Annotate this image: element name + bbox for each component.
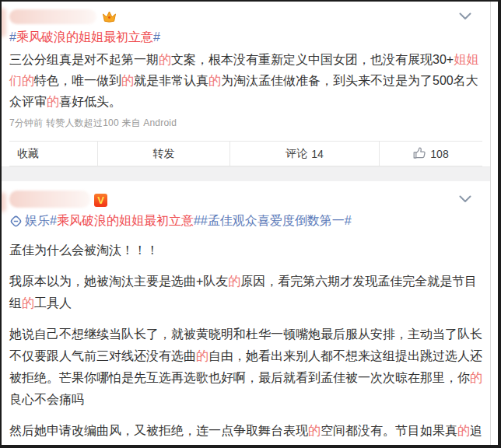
post-paragraph: 然后她申请改编曲风，又被拒绝，连一点争取舞台表现的空间都没有。节目如果真的追求所…: [9, 420, 482, 448]
post-2-header: V: [9, 191, 482, 208]
topic-links-text: 娱乐#乘风破浪的姐姐最初立意##孟佳观众喜爱度倒数第一#: [25, 212, 352, 230]
post-1-meta: 7分钟前 转赞人数超过100 来自 Android: [9, 117, 482, 130]
verified-v-badge-icon: V: [94, 194, 107, 207]
post-2: V 娱乐#乘风破浪的姐姐最初立意##孟佳观众喜爱度倒数第一# 孟佳为什么会被淘汰…: [2, 181, 490, 448]
redaction-blur-artifact: [0, 8, 6, 37]
comment-button[interactable]: 评论 14: [229, 142, 379, 166]
post-1: #乘风破浪的姐姐最初立意# 三公分组真是对不起第一期的文案，根本没有重新定义中国…: [2, 2, 490, 166]
comment-label: 评论: [286, 147, 307, 161]
post-paragraph: 她说自己不想继续当队长了，就被黄晓明和杜华一顿嘴炮最后服从安排，主动当了队长不仅…: [9, 324, 482, 411]
post-1-header: [9, 8, 482, 24]
post-2-body-text: 孟佳为什么会被淘汰！！！我原本以为，她被淘汰主要是选曲+队友的原因，看完第六期才…: [9, 240, 482, 448]
favorite-label: 收藏: [17, 147, 39, 161]
repost-button[interactable]: 转发: [97, 142, 229, 166]
post-paragraph: 孟佳为什么会被淘汰！！！: [9, 240, 482, 261]
comment-count: 14: [311, 148, 324, 160]
topic-links-row[interactable]: 娱乐#乘风破浪的姐姐最初立意##孟佳观众喜爱度倒数第一#: [9, 212, 482, 230]
repost-label: 转发: [153, 147, 175, 161]
post-paragraph: 我原本以为，她被淘汰主要是选曲+队友的原因，看完第六期才发现孟佳完全就是节目组的…: [9, 271, 482, 314]
hashtag-topic-link[interactable]: #乘风破浪的姐姐最初立意#: [9, 28, 482, 47]
redaction-blur-artifact: [0, 192, 6, 212]
crown-icon: [102, 10, 117, 23]
username-redacted[interactable]: [9, 191, 90, 208]
post-1-body-text: 三公分组真是对不起第一期的文案，根本没有重新定义中国女团，也没有展现30+姐姐们…: [9, 49, 482, 112]
thumb-up-icon: [413, 147, 426, 159]
chevron-down-icon[interactable]: [459, 12, 471, 20]
like-count: 108: [430, 148, 448, 160]
chevron-down-icon[interactable]: [459, 195, 471, 203]
feed-separator: [2, 166, 490, 181]
like-button[interactable]: 108: [379, 142, 482, 166]
feed-content: #乘风破浪的姐姐最初立意# 三公分组真是对不起第一期的文案，根本没有重新定义中国…: [2, 2, 490, 445]
username-redacted[interactable]: [9, 9, 96, 24]
weibo-feed-screen: #乘风破浪的姐姐最初立意# 三公分组真是对不起第一期的文案，根本没有重新定义中国…: [0, 0, 501, 448]
post-1-action-bar: 收藏 转发 评论 14 108: [9, 141, 482, 166]
scrollbar-track[interactable]: [490, 2, 498, 445]
favorite-button[interactable]: 收藏: [9, 142, 97, 166]
topic-badge-icon: [9, 215, 23, 228]
